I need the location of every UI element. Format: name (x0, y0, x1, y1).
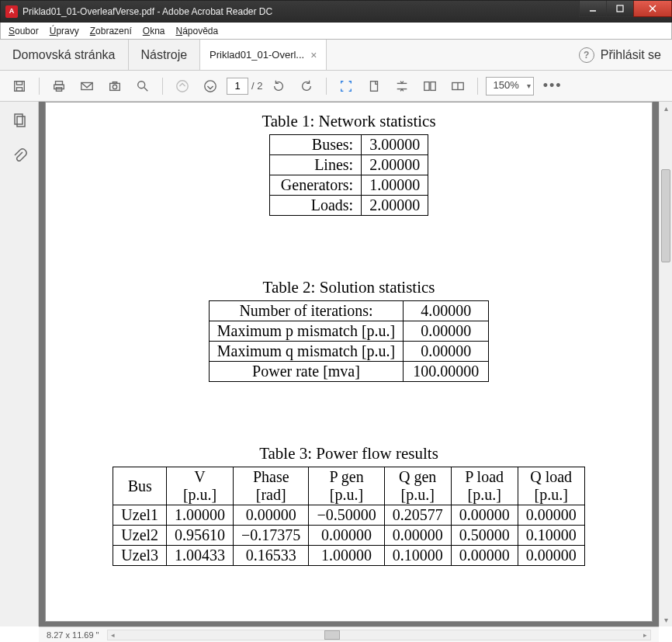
svg-line-15 (144, 87, 148, 91)
cell-value: 0.00000 (234, 505, 309, 526)
attachments-panel-icon[interactable] (12, 147, 27, 165)
svg-rect-13 (113, 82, 116, 83)
svg-rect-7 (56, 81, 63, 85)
table-row: Generators:1.00000 (269, 175, 428, 196)
read-mode-icon[interactable] (446, 75, 469, 98)
prev-page-icon[interactable] (171, 75, 194, 98)
cell-value: 1.00000 (167, 505, 234, 526)
scroll-down-icon[interactable]: ▾ (660, 613, 672, 626)
menubar: SouborÚpravyZobrazeníOknaNápověda (0, 23, 672, 40)
tab-document[interactable]: Priklad01_01-Overl... × (200, 40, 327, 70)
cell-value: 0.00000 (404, 342, 489, 362)
window-minimize-button[interactable] (579, 1, 607, 17)
window-maximize-button[interactable] (606, 1, 634, 17)
table1: Buses:3.00000Lines:2.00000Generators:1.0… (269, 134, 428, 216)
tab-home[interactable]: Domovská stránka (0, 40, 129, 70)
more-tools-icon[interactable]: ••• (539, 78, 567, 94)
table-row: Uzel11.000000.00000−0.500000.205770.0000… (113, 505, 584, 526)
cell-label: Power rate [mva] (209, 362, 403, 382)
fit-page-icon[interactable] (390, 75, 414, 98)
fit-width-icon[interactable] (334, 75, 358, 98)
cell-label: Loads: (269, 196, 361, 216)
save-icon[interactable] (8, 75, 31, 98)
cell-label: Maximum q mismatch [p.u.] (209, 342, 403, 362)
vertical-scrollbar[interactable]: ▴ ▾ (659, 102, 672, 626)
menu-okna[interactable]: Okna (138, 24, 170, 38)
column-header: Q gen[p.u.] (384, 467, 451, 505)
svg-rect-5 (16, 81, 22, 85)
hscroll-right-icon[interactable]: ▸ (639, 630, 650, 640)
column-header: Bus (113, 467, 167, 505)
window-close-button[interactable] (633, 1, 672, 17)
page-number-input[interactable] (227, 78, 248, 95)
help-icon[interactable]: ? (579, 47, 594, 63)
window-title: Priklad01_01-OverleafVerse.pdf - Adobe A… (23, 6, 272, 17)
svg-point-12 (113, 85, 116, 88)
table2-caption: Table 2: Solution statistics (46, 278, 652, 297)
mail-icon[interactable] (75, 75, 99, 98)
tab-document-label: Priklad01_01-Overl... (210, 49, 304, 61)
cell-value: 0.00000 (518, 546, 584, 566)
search-icon[interactable] (131, 75, 154, 98)
svg-rect-26 (17, 116, 25, 127)
tab-close-icon[interactable]: × (310, 49, 317, 61)
cell-bus: Uzel1 (113, 505, 167, 526)
table1-caption: Table 1: Network statistics (46, 112, 652, 131)
hscroll-thumb[interactable] (324, 630, 340, 640)
next-page-icon[interactable] (199, 75, 222, 98)
cell-value: 0.00000 (404, 321, 489, 342)
zoom-select[interactable]: 150% (486, 77, 533, 95)
print-icon[interactable] (47, 75, 71, 98)
svg-point-17 (205, 80, 216, 91)
page-size-label: 8.27 x 11.69 " (47, 630, 99, 640)
status-bar: 8.27 x 11.69 " ◂ ▸ (39, 626, 659, 642)
cell-bus: Uzel2 (113, 526, 167, 546)
table-row: Number of iterations:4.00000 (209, 301, 488, 321)
scroll-up-icon[interactable]: ▴ (660, 102, 672, 115)
cell-value: −0.50000 (309, 505, 384, 526)
left-panel-rail (0, 102, 39, 626)
svg-rect-25 (15, 114, 23, 124)
cell-value: 0.00000 (309, 526, 384, 546)
two-page-icon[interactable] (418, 75, 442, 98)
table3-caption: Table 3: Power flow results (46, 444, 652, 463)
cell-value: 1.00000 (362, 175, 428, 196)
table-row: Buses:3.00000 (269, 135, 428, 155)
sign-in-button[interactable]: Přihlásit se (601, 48, 661, 62)
tab-tools[interactable]: Nástroje (129, 40, 201, 70)
svg-rect-1 (617, 5, 623, 12)
menu-nápověda[interactable]: Nápověda (171, 24, 223, 38)
rotate-cw-icon[interactable] (295, 75, 318, 98)
toolbar: / 2 150% ••• (0, 71, 672, 102)
pages-panel-icon[interactable] (12, 113, 27, 130)
menu-úpravy[interactable]: Úpravy (45, 24, 84, 38)
scroll-track[interactable] (660, 115, 672, 613)
scroll-thumb[interactable] (661, 169, 670, 262)
svg-rect-8 (54, 85, 64, 88)
cell-value: 3.00000 (362, 135, 428, 155)
cell-value: 2.00000 (362, 155, 428, 175)
column-header: V[p.u.] (167, 467, 234, 505)
cell-value: 100.00000 (404, 362, 489, 382)
table-row: Lines:2.00000 (269, 155, 428, 175)
cell-value: 1.00000 (309, 546, 384, 566)
menu-soubor[interactable]: Soubor (4, 24, 43, 38)
document-viewport[interactable]: Table 1: Network statistics Buses:3.0000… (39, 102, 659, 626)
svg-point-14 (138, 81, 145, 88)
horizontal-scrollbar[interactable]: ◂ ▸ (107, 630, 651, 640)
cell-value: −0.17375 (234, 526, 309, 546)
cell-label: Number of iterations: (209, 301, 403, 321)
menu-zobrazení[interactable]: Zobrazení (85, 24, 137, 38)
table-header-row: BusV[p.u.]Phase[rad]P gen[p.u.]Q gen[p.u… (113, 467, 584, 505)
cell-value: 1.00433 (167, 546, 234, 566)
page-display-icon[interactable] (362, 75, 386, 98)
cell-label: Buses: (269, 135, 361, 155)
rotate-ccw-icon[interactable] (267, 75, 290, 98)
svg-rect-21 (424, 82, 429, 90)
page-total-label: / 2 (251, 80, 262, 92)
cell-value: 0.10000 (518, 526, 584, 546)
hscroll-left-icon[interactable]: ◂ (108, 630, 119, 640)
column-header: Phase[rad] (234, 467, 309, 505)
table-row: Loads:2.00000 (269, 196, 428, 216)
snapshot-icon[interactable] (103, 75, 126, 98)
